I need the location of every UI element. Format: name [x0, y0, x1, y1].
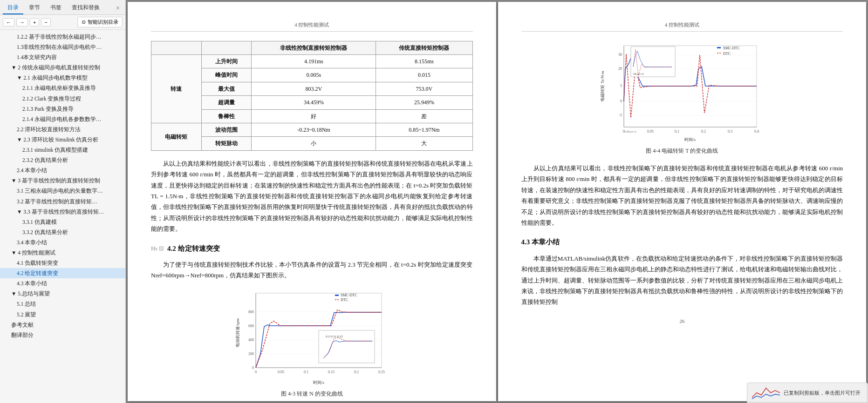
toc-item[interactable]: 2.3.2 仿真结果分析 [0, 155, 125, 165]
forward-button[interactable]: → [16, 18, 28, 27]
svg-text:DTC: DTC [341, 298, 348, 302]
table-cell-nonlinear: -0.23~0.18Nm [252, 123, 376, 137]
toc-item[interactable]: 1.2.2 基于非线性控制永磁超同步… [0, 32, 125, 42]
main-area: 4 控制性能测试 非线性控制直接转矩控制器 传统直接转矩控制器 转速上升时间4.… [126, 0, 868, 403]
table-cell-nonlinear: 好 [252, 109, 376, 123]
minus-button[interactable]: − [41, 18, 50, 27]
heading-icon: Hs ⊡ [151, 244, 164, 253]
page-left: 4 控制性能测试 非线性控制直接转矩控制器 传统直接转矩控制器 转速上升时间4.… [128, 2, 496, 401]
smart-toc-icon: ⊙ [82, 19, 86, 25]
toc-item[interactable]: 2.1.4 永磁同步电机各参数数学… [0, 114, 125, 124]
table-cell-nonlinear: 0.005s [252, 68, 376, 82]
svg-text:0.2: 0.2 [701, 129, 706, 134]
svg-text:5: 5 [620, 84, 622, 88]
toc-item[interactable]: 2.1.2 Clark 变换推导过程 [0, 94, 125, 104]
toc-item[interactable]: ▼ 2 传统永磁同步电机直接转矩控制 [0, 62, 125, 73]
add-button[interactable]: + [30, 18, 39, 27]
svg-text:0.2: 0.2 [354, 370, 359, 374]
toc-item[interactable]: ▼ 4 控制性能测试 [0, 248, 125, 258]
tab-bookmark[interactable]: 书签 [46, 2, 66, 14]
svg-text:0.1: 0.1 [304, 370, 308, 374]
tab-chapter[interactable]: 章节 [24, 2, 45, 14]
svg-text:电磁转矩 Te/N·m: 电磁转矩 Te/N·m [600, 71, 605, 101]
table-cell-nonlinear: 4.191ms [252, 55, 376, 68]
bottom-bar-text: 已复制到剪贴板，单击图片可打开 [784, 390, 861, 396]
svg-text:-5: -5 [619, 113, 622, 117]
svg-text:0: 0 [620, 99, 622, 103]
toc-item[interactable]: 5.2 展望 [0, 309, 125, 320]
tab-toc[interactable]: 目录 [3, 2, 23, 14]
fig4-caption: 图 4-4 电磁转矩 T 的变化曲线 [521, 146, 843, 155]
toc-item[interactable]: 翻译部分 [0, 330, 125, 340]
table-cell-traditional: 25.949% [376, 96, 472, 109]
toc-item[interactable]: 3.3.2 仿真结果分析 [0, 227, 125, 237]
table-cell-traditional: 0.85~1.97Nm [376, 123, 472, 137]
svg-rect-50 [717, 47, 721, 48]
toc-item[interactable]: 4.1 负载转矩突变 [0, 258, 125, 268]
table-cell-sub: 峰值时间 [201, 68, 252, 82]
toc-item[interactable]: 2.1.3 Park 变换及推导 [0, 104, 125, 114]
table-cell-sub: 上升时间 [201, 55, 252, 68]
smart-toc-label: 智能识别目录 [88, 19, 118, 26]
close-icon[interactable]: × [113, 4, 123, 13]
toc-item[interactable]: 2.3.1 simulink 仿真模型搭建 [0, 145, 125, 155]
table-cell-nonlinear: 34.459% [252, 96, 376, 109]
table-cell-category: 转速 [151, 55, 202, 123]
table-header-nonlinear: 非线性控制直接转矩控制器 [252, 41, 376, 54]
page-right-footer: 26 [521, 317, 843, 326]
toc-item[interactable]: ▼ 2.1 永磁同步电机数学模型 [0, 73, 125, 83]
toc-item[interactable]: 4.2 给定转速突变 [0, 268, 125, 278]
table-cell-sub: 转矩脉动 [201, 137, 252, 150]
section-42-label: 4.2 给定转速突变 [167, 243, 220, 255]
section-heading-42: Hs ⊡ 4.2 给定转速突变 [151, 243, 473, 255]
svg-text:0.2  0.21 0.22: 0.2 0.21 0.22 [326, 335, 343, 338]
svg-text:0Rati=0: 0Rati=0 [633, 72, 644, 76]
svg-text:0.4: 0.4 [754, 129, 759, 134]
table-cell-category: 电磁转矩 [151, 123, 202, 151]
svg-text:时间/s: 时间/s [684, 137, 696, 142]
back-button[interactable]: ← [3, 18, 14, 27]
toc-item[interactable]: 2.4 本章小结 [0, 165, 125, 175]
toc-item[interactable]: 1.4本文研究内容 [0, 52, 125, 62]
svg-text:DTC: DTC [723, 52, 731, 56]
toc-item[interactable]: 3.4 本章小结 [0, 237, 125, 248]
svg-text:30: 30 [618, 53, 622, 57]
svg-text:时间/s: 时间/s [313, 380, 325, 385]
table-cell-traditional: 753.0V [376, 82, 472, 95]
toc-item[interactable]: 2.1.1 永磁电机坐标变换及推导 [0, 83, 125, 93]
toc-item[interactable]: ▼ 5.总结与展望 [0, 289, 125, 299]
toc-item[interactable]: ▼ 3.3 基于非线性控制的直接转矩… [0, 207, 125, 217]
toc-item[interactable]: 4.3 本章小结 [0, 278, 125, 289]
toc-item[interactable]: ▼ 2.3 滞环比较 Simulink 仿真分析 [0, 134, 125, 145]
sidebar: 目录 章节 书签 查找和替换 × ← → + − ⊙ 智能识别目录 1.2.2 … [0, 0, 126, 403]
svg-text:0.05: 0.05 [278, 370, 284, 374]
toc-item[interactable]: 3.2 基于非线性控制的直接转矩… [0, 196, 125, 207]
toc-item[interactable]: ▼ 3 基于非线性控制的直接转矩控制 [0, 175, 125, 186]
toc-item[interactable]: 3.3.1 仿真建模 [0, 217, 125, 227]
svg-text:0.1: 0.1 [675, 129, 679, 134]
table-cell-sub: 鲁棒性 [201, 109, 252, 123]
toc-item[interactable]: 参考文献 [0, 320, 125, 330]
svg-text:Offset=0: Offset=0 [625, 130, 636, 134]
toc-item[interactable]: 2.2 滞环比较直接转矩方法 [0, 124, 125, 134]
figure-4: 电磁转矩 Te/N·m 时间/s 30 20 5 0 -5 [521, 41, 843, 155]
svg-text:0: 0 [252, 366, 254, 370]
svg-text:SMC-DTC: SMC-DTC [723, 46, 740, 50]
toc-item[interactable]: 5.1 总结 [0, 299, 125, 309]
mini-chart-icon [752, 386, 780, 400]
svg-text:0.3: 0.3 [728, 129, 732, 134]
bottom-notification-bar[interactable]: 已复制到剪贴板，单击图片可打开 [747, 383, 868, 403]
smart-toc-button[interactable]: ⊙ 智能识别目录 [77, 17, 123, 27]
svg-text:20: 20 [618, 67, 622, 71]
table-cell-sub: 波动范围 [201, 123, 252, 137]
sidebar-tabs: 目录 章节 书签 查找和替换 × [0, 0, 125, 15]
toc-item[interactable]: 3.1 三相永磁同步电机的矢量数字… [0, 186, 125, 196]
table-header-traditional: 传统直接转矩控制器 [376, 41, 472, 54]
page-right: 4 控制性能测试 电磁转矩 Te/N·m 时间/s [498, 2, 867, 401]
toc-tree: 1.2.2 基于非线性控制永磁超同步…1.3非线性控制在永磁同步电机中…1.4本… [0, 30, 125, 403]
table-cell-traditional: 8.155ms [376, 55, 472, 68]
svg-text:800: 800 [248, 310, 254, 314]
table-header-0 [151, 41, 202, 54]
toc-item[interactable]: 1.3非线性控制在永磁同步电机中… [0, 42, 125, 52]
tab-find[interactable]: 查找和替换 [67, 2, 104, 14]
